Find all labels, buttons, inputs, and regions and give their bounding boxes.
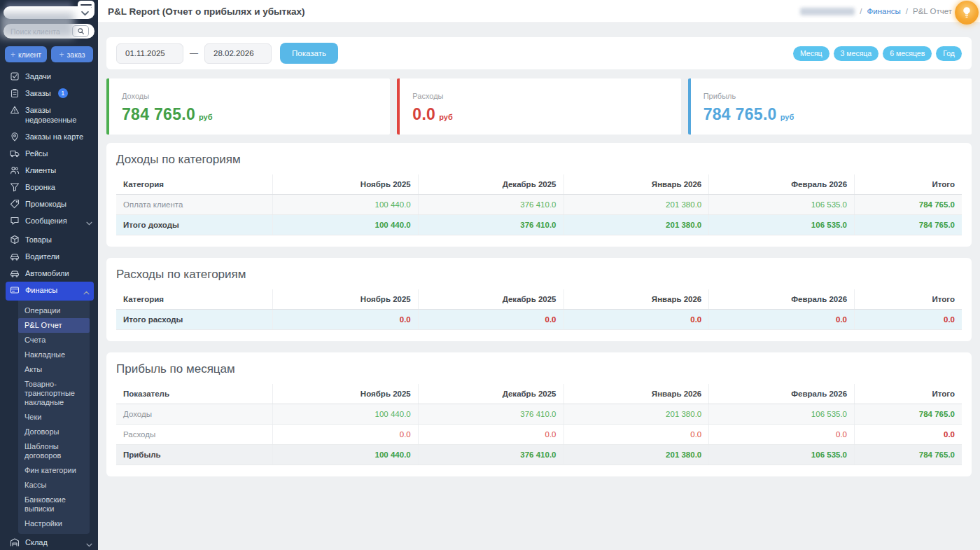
preset-3months-button[interactable]: 3 месяца: [834, 46, 879, 61]
submenu-item-invoices[interactable]: Счета: [18, 333, 90, 348]
breadcrumb-current: P&L Отчет: [913, 7, 952, 15]
sidebar-item-finance[interactable]: Финансы: [6, 282, 94, 301]
profit-value: 784 765.0: [704, 105, 777, 124]
orders-count-badge: 1: [58, 88, 68, 98]
preset-6months-button[interactable]: 6 месяцев: [883, 46, 932, 61]
expenses-value: 0.0: [412, 105, 435, 124]
sidebar-item-warehouse[interactable]: Склад: [0, 534, 98, 550]
topbar: P&L Report (Отчет о прибылях и убытках) …: [98, 0, 980, 23]
show-button[interactable]: Показать: [280, 43, 338, 64]
car-icon: [10, 252, 20, 261]
profit-section: Прибыль по месяцам Показатель Ноябрь 202…: [106, 352, 972, 476]
sidebar-item-trips[interactable]: Рейсы: [0, 145, 98, 162]
submenu-item-contract-templates[interactable]: Шаблоны договоров: [18, 439, 90, 463]
date-from-input[interactable]: [116, 43, 183, 64]
sidebar-item-messages[interactable]: Сообщения: [0, 212, 98, 231]
help-lightbulb-button[interactable]: [955, 1, 979, 25]
expenses-section-title: Расходы по категориям: [116, 268, 962, 282]
clipboard-icon: [10, 88, 20, 98]
submenu-item-fin-categories[interactable]: Фин категории: [18, 463, 90, 478]
truck-icon: [10, 149, 20, 158]
lightbulb-icon: [961, 6, 972, 19]
table-total-row: Прибыль 100 440.0 376 410.0 201 380.0 10…: [116, 445, 962, 465]
submenu-item-waybills[interactable]: Накладные: [18, 348, 90, 362]
table-header-row: Показатель Ноябрь 2025 Декабрь 2025 Янва…: [116, 384, 962, 404]
submenu-item-settings[interactable]: Настройки: [18, 516, 90, 531]
expenses-section: Расходы по категориям Категория Ноябрь 2…: [106, 258, 972, 341]
finance-submenu: Операции P&L Отчет Счета Накладные Акты …: [18, 301, 90, 534]
sidebar-item-tasks[interactable]: Задачи: [0, 68, 98, 85]
table-header-row: Категория Ноябрь 2025 Декабрь 2025 Январ…: [116, 289, 962, 310]
submenu-item-cash-registers[interactable]: Кассы: [18, 478, 90, 493]
add-order-button[interactable]: + заказ: [51, 46, 93, 62]
profit-table: Показатель Ноябрь 2025 Декабрь 2025 Янва…: [116, 384, 962, 465]
table-header-row: Категория Ноябрь 2025 Декабрь 2025 Январ…: [116, 174, 962, 195]
car-icon: [10, 268, 20, 278]
main-area: P&L Report (Отчет о прибылях и убытках) …: [98, 0, 980, 550]
submenu-item-bank-statements[interactable]: Банковские выписки: [18, 493, 90, 516]
sidebar-item-orders-on-map[interactable]: Заказы на карте: [0, 128, 98, 145]
income-value: 784 765.0: [122, 105, 195, 124]
table-total-row: Итого расходы 0.0 0.0 0.0 0.0 0.0: [116, 310, 962, 330]
submenu-item-contracts[interactable]: Договоры: [18, 425, 90, 439]
submenu-item-pl-report[interactable]: P&L Отчет: [18, 318, 90, 333]
table-row: Доходы 100 440.0 376 410.0 201 380.0 106…: [116, 404, 962, 425]
map-pin-icon: [10, 132, 20, 142]
submenu-item-acts[interactable]: Акты: [18, 362, 90, 377]
add-client-button[interactable]: + клиент: [5, 46, 47, 62]
breadcrumb: / Финансы / P&L Отчет: [800, 7, 970, 15]
credit-card-icon: [10, 285, 20, 295]
income-card: Доходы 784 765.0руб: [106, 78, 390, 135]
submenu-item-ttn[interactable]: Товарно-транспортные накладные: [18, 377, 90, 410]
date-to-input[interactable]: [204, 43, 272, 64]
page-title: P&L Report (Отчет о прибылях и убытках): [108, 6, 304, 17]
plus-icon: +: [10, 50, 15, 60]
app-root: + клиент + заказ Задачи Заказы 1 Заказы …: [0, 0, 980, 550]
period-presets: Месяц 3 месяца 6 месяцев Год: [793, 46, 962, 61]
account-name-blurred: [0, 13, 74, 38]
table-total-row: Итого доходы 100 440.0 376 410.0 201 380…: [116, 215, 962, 235]
alert-triangle-icon: [10, 105, 20, 115]
sidebar-item-vehicles[interactable]: Автомобили: [0, 265, 98, 282]
sidebar-item-clients[interactable]: Клиенты: [0, 162, 98, 179]
sidebar-item-orders[interactable]: Заказы 1: [0, 85, 98, 102]
sidebar-item-promocodes[interactable]: Промокоды: [0, 195, 98, 212]
task-icon: [10, 71, 20, 81]
sidebar-item-goods[interactable]: Товары: [0, 231, 98, 248]
filter-panel: — Показать Месяц 3 месяца 6 месяцев Год: [106, 37, 972, 69]
sidebar-item-drivers[interactable]: Водители: [0, 248, 98, 265]
chat-icon: [10, 216, 20, 226]
submenu-item-receipts[interactable]: Чеки: [18, 410, 90, 425]
expenses-table: Категория Ноябрь 2025 Декабрь 2025 Январ…: [116, 289, 962, 330]
chevron-up-icon: [83, 287, 90, 297]
expenses-card: Расходы 0.0руб: [397, 78, 680, 135]
profit-section-title: Прибыль по месяцам: [116, 362, 962, 376]
date-range-separator: —: [190, 48, 198, 58]
income-section: Доходы по категориям Категория Ноябрь 20…: [106, 143, 972, 247]
breadcrumb-blurred-item: [800, 8, 855, 15]
sidebar-item-undelivered-orders[interactable]: Заказы недовезенные: [0, 102, 98, 128]
sidebar-item-funnel[interactable]: Воронка: [0, 179, 98, 195]
warehouse-icon: [10, 537, 20, 547]
summary-cards: Доходы 784 765.0руб Расходы 0.0руб Прибы…: [106, 78, 972, 135]
chevron-down-icon: [81, 6, 89, 19]
preset-year-button[interactable]: Год: [936, 46, 962, 61]
sidebar-nav: Задачи Заказы 1 Заказы недовезенные Зака…: [0, 68, 98, 550]
profit-card: Прибыль 784 765.0руб: [688, 78, 972, 135]
box-icon: [10, 235, 20, 245]
table-row: Оплата клиента 100 440.0 376 410.0 201 3…: [116, 195, 962, 215]
breadcrumb-finance-link[interactable]: Финансы: [867, 7, 901, 15]
chevron-down-icon: [86, 539, 92, 549]
content: — Показать Месяц 3 месяца 6 месяцев Год …: [98, 23, 980, 550]
submenu-item-operations[interactable]: Операции: [18, 303, 90, 318]
plus-icon: +: [59, 50, 64, 60]
users-icon: [10, 165, 20, 175]
funnel-icon: [10, 182, 20, 192]
sidebar-actions: + клиент + заказ: [5, 46, 93, 62]
chevron-down-icon: [86, 218, 92, 228]
search-icon: [77, 27, 85, 35]
search-button[interactable]: [72, 25, 89, 37]
income-section-title: Доходы по категориям: [116, 153, 962, 167]
preset-month-button[interactable]: Месяц: [793, 46, 830, 61]
sidebar: + клиент + заказ Задачи Заказы 1 Заказы …: [0, 0, 98, 550]
